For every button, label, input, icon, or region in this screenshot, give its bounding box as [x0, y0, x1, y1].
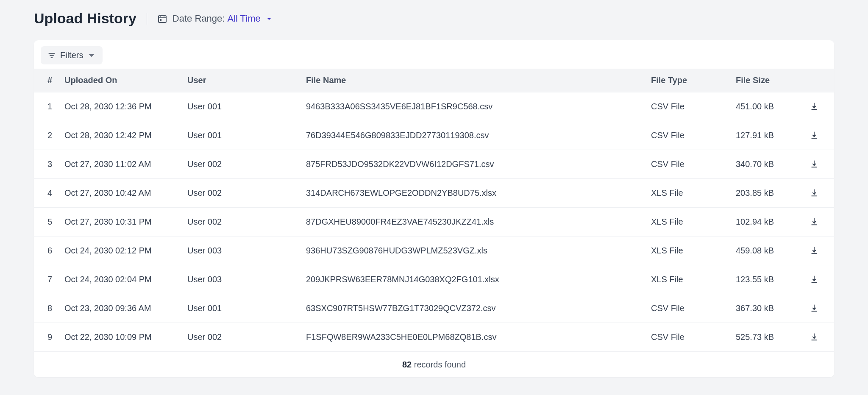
download-button[interactable] — [808, 158, 821, 170]
table-body: 1Oct 28, 2030 12:36 PMUser 0019463B333A0… — [34, 92, 834, 352]
table-row: 8Oct 23, 2030 09:36 AMUser 00163SXC907RT… — [34, 294, 834, 323]
svg-rect-10 — [812, 167, 817, 167]
page-title: Upload History — [34, 10, 136, 27]
calendar-icon — [157, 14, 167, 24]
table-row: 5Oct 27, 2030 10:31 PMUser 00287DGXHEU89… — [34, 208, 834, 236]
download-button[interactable] — [808, 129, 821, 142]
cell-index: 6 — [34, 236, 59, 265]
table-row: 2Oct 28, 2030 12:42 PMUser 00176D39344E5… — [34, 121, 834, 150]
cell-file-type: CSV File — [646, 150, 731, 179]
cell-file-type: XLS File — [646, 208, 731, 236]
table-row: 6Oct 24, 2030 02:12 PMUser 003936HU73SZG… — [34, 236, 834, 265]
cell-file-size: 367.30 kB — [731, 294, 803, 323]
download-icon — [810, 275, 819, 284]
filters-label: Filters — [60, 50, 83, 60]
download-icon — [810, 303, 819, 313]
cell-index: 1 — [34, 92, 59, 121]
svg-rect-16 — [812, 339, 817, 340]
col-actions — [803, 69, 834, 92]
cell-user: User 003 — [182, 265, 301, 294]
upload-history-card: Filters # Uploaded On User File Name Fil… — [34, 40, 834, 377]
cell-file-name: 314DARCH673EWLOPGE2ODDN2YB8UD75.xlsx — [301, 179, 646, 208]
cell-file-type: CSV File — [646, 294, 731, 323]
table-row: 9Oct 22, 2030 10:09 PMUser 002F1SFQW8ER9… — [34, 323, 834, 352]
table-row: 1Oct 28, 2030 12:36 PMUser 0019463B333A0… — [34, 92, 834, 121]
download-button[interactable] — [808, 273, 821, 286]
cell-file-name: 87DGXHEU89000FR4EZ3VAE745230JKZZ41.xls — [301, 208, 646, 236]
cell-file-size: 451.00 kB — [731, 92, 803, 121]
svg-rect-14 — [812, 282, 817, 283]
upload-history-table: # Uploaded On User File Name File Type F… — [34, 69, 834, 352]
cell-file-name: 63SXC907RT5HSW77BZG1T73029QCVZ372.csv — [301, 294, 646, 323]
col-index: # — [34, 69, 59, 92]
svg-rect-4 — [160, 19, 161, 21]
cell-index: 9 — [34, 323, 59, 352]
records-footer: 82 records found — [34, 352, 834, 377]
cell-user: User 002 — [182, 150, 301, 179]
download-button[interactable] — [808, 186, 821, 199]
col-file-name: File Name — [301, 69, 646, 92]
download-button[interactable] — [808, 100, 821, 113]
filters-bar: Filters — [34, 40, 834, 69]
cell-file-size: 127.91 kB — [731, 121, 803, 150]
col-file-type: File Type — [646, 69, 731, 92]
records-count: 82 — [402, 360, 412, 369]
col-user: User — [182, 69, 301, 92]
cell-uploaded-on: Oct 27, 2030 10:31 PM — [59, 208, 182, 236]
cell-file-type: CSV File — [646, 121, 731, 150]
date-range-value: All Time — [227, 13, 260, 24]
filter-icon — [47, 51, 56, 60]
cell-file-name: F1SFQW8ER9WA233C5HE0E0LPM68ZQ81B.csv — [301, 323, 646, 352]
cell-file-name: 936HU73SZG90876HUDG3WPLMZ523VGZ.xls — [301, 236, 646, 265]
cell-file-name: 9463B333A06SS3435VE6EJ81BF1SR9C568.csv — [301, 92, 646, 121]
cell-uploaded-on: Oct 24, 2030 02:04 PM — [59, 265, 182, 294]
cell-index: 7 — [34, 265, 59, 294]
cell-user: User 001 — [182, 294, 301, 323]
svg-rect-12 — [812, 224, 817, 225]
table-row: 7Oct 24, 2030 02:04 PMUser 003209JKPRSW6… — [34, 265, 834, 294]
cell-user: User 001 — [182, 92, 301, 121]
download-icon — [810, 332, 819, 342]
svg-rect-15 — [812, 311, 817, 312]
download-icon — [810, 217, 819, 226]
chevron-down-icon — [87, 51, 96, 60]
cell-uploaded-on: Oct 28, 2030 12:36 PM — [59, 92, 182, 121]
table-header: # Uploaded On User File Name File Type F… — [34, 69, 834, 92]
cell-index: 5 — [34, 208, 59, 236]
date-range-selector[interactable]: Date Range: All Time — [157, 13, 272, 24]
cell-file-type: XLS File — [646, 236, 731, 265]
date-range-label: Date Range: — [172, 13, 228, 24]
cell-user: User 001 — [182, 121, 301, 150]
cell-file-size: 340.70 kB — [731, 150, 803, 179]
download-icon — [810, 102, 819, 111]
table-row: 3Oct 27, 2030 11:02 AMUser 002875FRD53JD… — [34, 150, 834, 179]
cell-file-size: 459.08 kB — [731, 236, 803, 265]
svg-rect-13 — [812, 253, 817, 254]
cell-file-name: 209JKPRSW63EER78MNJ14G038XQ2FG101.xlsx — [301, 265, 646, 294]
cell-user: User 002 — [182, 208, 301, 236]
cell-file-size: 123.55 kB — [731, 265, 803, 294]
filters-button[interactable]: Filters — [41, 46, 103, 64]
download-button[interactable] — [808, 331, 821, 343]
download-button[interactable] — [808, 215, 821, 228]
cell-uploaded-on: Oct 28, 2030 12:42 PM — [59, 121, 182, 150]
svg-rect-8 — [812, 109, 817, 110]
cell-file-name: 875FRD53JDO9532DK22VDVW6I12DGFS71.csv — [301, 150, 646, 179]
download-button[interactable] — [808, 244, 821, 257]
svg-rect-9 — [812, 138, 817, 139]
cell-file-type: XLS File — [646, 265, 731, 294]
col-file-size: File Size — [731, 69, 803, 92]
cell-index: 4 — [34, 179, 59, 208]
cell-uploaded-on: Oct 27, 2030 10:42 AM — [59, 179, 182, 208]
cell-index: 2 — [34, 121, 59, 150]
download-icon — [810, 131, 819, 140]
download-icon — [810, 188, 819, 198]
svg-rect-0 — [159, 16, 166, 22]
svg-rect-11 — [812, 195, 817, 196]
col-uploaded-on: Uploaded On — [59, 69, 182, 92]
download-button[interactable] — [808, 302, 821, 314]
cell-file-size: 203.85 kB — [731, 179, 803, 208]
cell-user: User 002 — [182, 323, 301, 352]
cell-user: User 003 — [182, 236, 301, 265]
cell-uploaded-on: Oct 22, 2030 10:09 PM — [59, 323, 182, 352]
